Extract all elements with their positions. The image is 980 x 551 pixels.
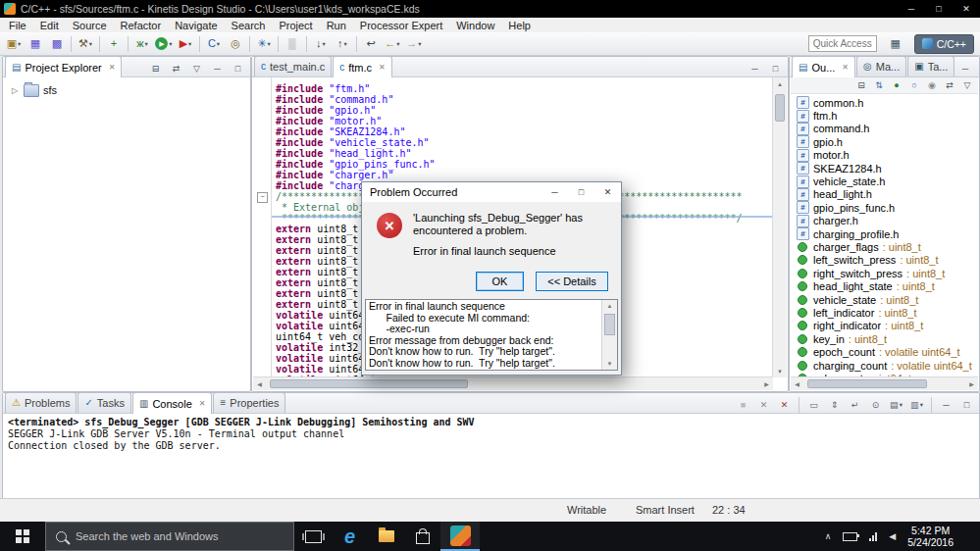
scroll-right-icon[interactable]: ▶ — [965, 377, 978, 390]
collapse-all-icon[interactable]: ⊟ — [146, 61, 165, 76]
terminate-icon[interactable]: ■ — [734, 397, 752, 413]
scroll-left-icon[interactable]: ◀ — [253, 377, 266, 390]
scroll-up-icon[interactable]: ▲ — [603, 300, 617, 312]
menu-edit[interactable]: Edit — [33, 18, 66, 32]
scrollbar-track[interactable] — [266, 377, 760, 390]
menu-run[interactable]: Run — [320, 18, 353, 32]
save-all-icon[interactable]: ▩ — [46, 34, 68, 54]
file-explorer-button[interactable] — [368, 522, 404, 551]
build-icon[interactable]: ⚒▾ — [75, 34, 96, 54]
tab-tasks[interactable]: ✓Tasks — [77, 392, 131, 413]
outline-item[interactable]: right_switch_press : uint8_t — [791, 267, 978, 279]
open-console-icon[interactable]: ▥▾ — [907, 397, 926, 413]
minimize-window-button[interactable]: ─ — [898, 0, 925, 18]
outline-horizontal-scrollbar[interactable]: ◀ ▶ — [791, 376, 978, 390]
outline-item[interactable]: left_switch_press : uint8_t — [791, 254, 978, 267]
tab-task-list[interactable]: ▣Ta... — [907, 56, 954, 76]
forward-icon[interactable]: →▾ — [403, 34, 425, 54]
maximize-view-icon[interactable]: □ — [976, 61, 980, 76]
cpp-perspective-button[interactable]: C/C++ — [914, 34, 974, 54]
outline-item[interactable]: #common.h — [791, 96, 978, 109]
mark-occurrences-icon[interactable]: ▒ — [282, 34, 303, 54]
hide-static-icon[interactable]: ○ — [905, 78, 923, 92]
outline-item[interactable]: left_indicator : uint8_t — [791, 306, 978, 319]
task-view-button[interactable] — [294, 522, 332, 551]
previous-annotation-icon[interactable]: ↑▾ — [332, 34, 353, 54]
menu-source[interactable]: Source — [66, 18, 114, 32]
outline-item[interactable]: #motor.h — [791, 149, 978, 162]
close-icon[interactable]: ✕ — [109, 63, 116, 72]
close-icon[interactable]: ✕ — [842, 63, 849, 72]
new-wizard-icon[interactable]: ▣▾ — [3, 34, 25, 54]
dialog-maximize-button[interactable]: □ — [568, 182, 594, 202]
minimize-view-icon[interactable]: ─ — [937, 397, 955, 413]
collapse-all-icon[interactable]: ⊟ — [852, 78, 870, 92]
search-icon[interactable]: ✳▾ — [253, 34, 275, 54]
dialog-minimize-button[interactable]: ─ — [542, 182, 568, 202]
windows-store-button[interactable] — [404, 522, 440, 551]
pin-console-icon[interactable]: ⊙ — [866, 397, 885, 413]
volume-icon[interactable]: ◀ — [889, 531, 896, 541]
link-with-editor-icon[interactable]: ⇄ — [941, 78, 958, 92]
scrollbar-thumb[interactable] — [807, 379, 927, 388]
clear-console-icon[interactable]: ▭ — [804, 397, 823, 413]
scroll-right-icon[interactable]: ▶ — [760, 377, 773, 390]
menu-help[interactable]: Help — [501, 18, 538, 32]
display-selected-console-icon[interactable]: ▤▾ — [887, 397, 905, 413]
scrollbar-track[interactable] — [602, 312, 617, 358]
taskbar-search-input[interactable]: Search the web and Windows — [45, 522, 294, 551]
tab-properties[interactable]: ≡Properties — [213, 392, 285, 413]
outline-tree[interactable]: #common.h#ftm.h#command.h#gpio.h#motor.h… — [791, 94, 978, 377]
network-icon[interactable] — [869, 532, 877, 541]
fold-marker-icon[interactable]: − — [257, 192, 268, 203]
menu-refactor[interactable]: Refactor — [114, 18, 169, 32]
scroll-down-icon[interactable]: ▼ — [603, 358, 617, 370]
last-edit-location-icon[interactable]: ↩ — [360, 34, 382, 54]
new-connection-icon[interactable]: + — [103, 34, 125, 54]
close-icon[interactable]: ✕ — [199, 399, 206, 408]
back-icon[interactable]: ←▾ — [382, 34, 403, 54]
open-element-icon[interactable]: ◎ — [225, 34, 246, 54]
maximize-view-icon[interactable]: □ — [229, 61, 247, 76]
outline-item[interactable]: epoch_count : volatile uint64_t — [791, 345, 978, 358]
outline-item[interactable]: #charging_profile.h — [791, 227, 978, 240]
outline-item[interactable]: #charger.h — [791, 215, 978, 227]
tab-ftm-c[interactable]: cftm.c✕ — [333, 56, 392, 77]
outline-item[interactable]: vehicle_state : uint8_t — [791, 293, 978, 306]
menu-window[interactable]: Window — [449, 18, 501, 32]
outline-item[interactable]: key_in : uint8_t — [791, 332, 978, 345]
scrollbar-thumb[interactable] — [270, 379, 468, 388]
scrollbar-track[interactable] — [803, 377, 965, 390]
details-scrollbar[interactable]: ▲ ▼ — [601, 300, 617, 370]
menu-file[interactable]: File — [2, 18, 33, 32]
tab-console[interactable]: ▥Console✕ — [132, 392, 213, 414]
scroll-down-icon[interactable]: ▼ — [774, 365, 787, 377]
next-annotation-icon[interactable]: ↓▾ — [310, 34, 332, 54]
outline-item[interactable]: #command.h — [791, 123, 978, 135]
scrollbar-thumb[interactable] — [775, 94, 785, 122]
ok-button[interactable]: OK — [476, 272, 524, 291]
start-button[interactable] — [0, 522, 45, 551]
view-menu-icon[interactable]: ▽ — [958, 78, 976, 92]
editor-vertical-scrollbar[interactable]: ▲ ▼ — [772, 77, 787, 377]
outline-item[interactable]: #head_light.h — [791, 188, 978, 201]
dialog-title-bar[interactable]: Problem Occurred ─ □ ✕ — [362, 182, 621, 202]
close-icon[interactable]: ✕ — [379, 63, 386, 72]
remove-all-launches-icon[interactable]: ✕ — [775, 397, 794, 413]
quick-access-input[interactable]: Quick Access — [808, 35, 877, 52]
run-icon[interactable]: ▶▾ — [153, 34, 175, 54]
open-perspective-button[interactable]: ▦ — [885, 34, 906, 54]
tab-test-main-c[interactable]: ctest_main.c — [254, 56, 332, 76]
menu-search[interactable]: Search — [225, 18, 273, 32]
details-toggle-button[interactable]: << Details — [536, 272, 608, 291]
expander-icon[interactable]: ▷ — [10, 86, 20, 95]
battery-icon[interactable] — [843, 532, 857, 541]
tab-project-explorer[interactable]: ▤Project Explorer✕ — [5, 56, 122, 77]
outline-item[interactable]: #ftm.h — [791, 109, 978, 122]
scrollbar-thumb[interactable] — [604, 314, 615, 335]
link-with-editor-icon[interactable]: ⇄ — [167, 61, 185, 76]
minimize-view-icon[interactable]: ─ — [746, 61, 764, 76]
hidden-icons-chevron[interactable]: ∧ — [825, 531, 832, 541]
external-tools-icon[interactable]: ▶▾ — [175, 34, 196, 54]
scroll-up-icon[interactable]: ▲ — [774, 77, 787, 90]
